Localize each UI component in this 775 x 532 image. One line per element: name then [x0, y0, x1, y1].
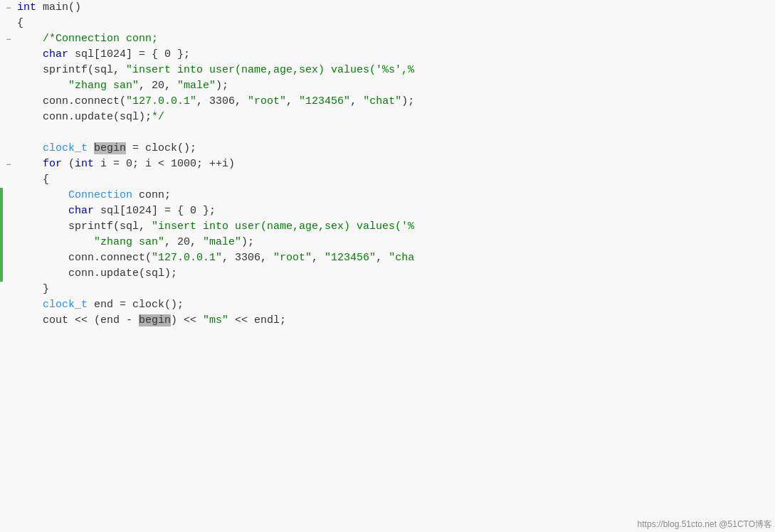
token: conn.update(sql);: [17, 111, 152, 123]
token: );: [401, 95, 414, 107]
left-bar: [0, 250, 3, 266]
token: "male": [203, 236, 241, 248]
token: "root": [273, 252, 312, 264]
token: , 20,: [139, 80, 177, 92]
token: , 20,: [164, 236, 203, 248]
left-bar: [0, 266, 3, 282]
left-bar: [0, 141, 3, 156]
token: "cha: [389, 252, 414, 264]
token: "zhang san": [94, 236, 164, 248]
token: );: [241, 236, 254, 248]
token: char: [43, 48, 68, 60]
line-content: }: [14, 282, 49, 297]
token: "chat": [363, 95, 401, 107]
token: {: [17, 17, 23, 29]
line-content: char sql[1024] = { 0 };: [14, 203, 216, 219]
line-row: {: [0, 172, 775, 188]
token: [17, 205, 68, 217]
token: );: [216, 80, 228, 92]
line-content: "zhang san", 20, "male");: [14, 235, 254, 250]
line-row: }: [0, 282, 775, 297]
left-bar: [0, 47, 3, 63]
token: clock_t: [43, 142, 88, 154]
line-row: − for (int i = 0; i < 1000; ++i): [0, 156, 775, 172]
line-row: sprintf(sql, "insert into user(name,age,…: [0, 63, 775, 78]
token: begin: [139, 314, 171, 326]
token: sql[1024] = { 0 };: [94, 205, 216, 217]
left-bar: [0, 78, 3, 94]
token: [17, 33, 43, 45]
token: sprintf(sql,: [17, 220, 152, 233]
left-bar: [0, 188, 3, 203]
left-bar: [0, 313, 3, 329]
token: i = 0; i < 1000; ++i): [94, 158, 235, 170]
token: = clock();: [126, 142, 196, 154]
token: sql[1024] = { 0 };: [68, 48, 190, 60]
token: "123456": [299, 95, 350, 107]
token: ,: [376, 252, 389, 264]
token: cout << (end -: [17, 314, 139, 326]
watermark: https://blog.51cto.net @51CTO博客: [635, 517, 775, 532]
line-content: for (int i = 0; i < 1000; ++i): [14, 156, 235, 172]
line-row: conn.connect("127.0.0.1", 3306, "root", …: [0, 94, 775, 110]
line-content: cout << (end - begin) << "ms" << endl;: [14, 313, 286, 329]
line-row: clock_t begin = clock();: [0, 141, 775, 156]
token: main(): [36, 1, 81, 14]
line-content: conn.update(sql);*/: [14, 110, 164, 125]
token: "insert into user(name,age,sex) values('…: [126, 64, 414, 76]
token: "127.0.0.1": [152, 252, 222, 264]
token: [17, 299, 43, 311]
left-bar: [0, 297, 3, 313]
fold-column[interactable]: −: [3, 0, 14, 16]
token: }: [17, 283, 49, 295]
token: {: [17, 174, 49, 186]
left-bar: [0, 16, 3, 31]
line-content: int main(): [14, 0, 81, 16]
token: [88, 142, 94, 154]
left-bar: [0, 172, 3, 188]
left-bar: [0, 110, 3, 125]
line-content: conn.connect("127.0.0.1", 3306, "root", …: [14, 250, 414, 266]
code-lines: −int main(){− /*Connection conn; char sq…: [0, 0, 775, 532]
line-row: cout << (end - begin) << "ms" << endl;: [0, 313, 775, 329]
line-content: Connection conn;: [14, 188, 171, 203]
token: ,: [312, 252, 325, 264]
token: begin: [94, 142, 126, 154]
token: , 3306,: [222, 252, 273, 264]
token: clock_t: [43, 299, 88, 311]
line-row: char sql[1024] = { 0 };: [0, 47, 775, 63]
token: */: [152, 111, 164, 123]
line-content: conn.update(sql);: [14, 266, 177, 282]
left-bar: [0, 219, 3, 235]
line-content: conn.connect("127.0.0.1", 3306, "root", …: [14, 94, 414, 110]
token: [17, 236, 94, 248]
line-content: {: [14, 16, 23, 31]
line-content: clock_t begin = clock();: [14, 141, 196, 156]
token: Connection: [68, 189, 132, 201]
line-row: "zhang san", 20, "male");: [0, 235, 775, 250]
line-content: /*Connection conn;: [14, 31, 158, 47]
token: "insert into user(name,age,sex) values('…: [152, 220, 414, 233]
line-row: Connection conn;: [0, 188, 775, 203]
line-row: {: [0, 16, 775, 31]
token: ) <<: [171, 314, 203, 326]
line-row: char sql[1024] = { 0 };: [0, 203, 775, 219]
token: [17, 142, 43, 154]
fold-column[interactable]: −: [3, 31, 14, 47]
line-content: clock_t end = clock();: [14, 297, 184, 313]
left-bar: [0, 63, 3, 78]
token: conn.connect(: [17, 95, 126, 107]
token: "zhang san": [68, 80, 139, 92]
token: [17, 158, 43, 170]
token: [17, 48, 43, 60]
line-row: "zhang san", 20, "male");: [0, 78, 775, 94]
token: "127.0.0.1": [126, 95, 196, 107]
token: /*Connection conn;: [43, 33, 158, 45]
token: (: [62, 158, 75, 170]
line-row: sprintf(sql, "insert into user(name,age,…: [0, 219, 775, 235]
line-row: clock_t end = clock();: [0, 297, 775, 313]
fold-column[interactable]: −: [3, 156, 14, 172]
line-row: −int main(): [0, 0, 775, 16]
line-row: conn.update(sql);*/: [0, 110, 775, 125]
token: [17, 80, 68, 92]
